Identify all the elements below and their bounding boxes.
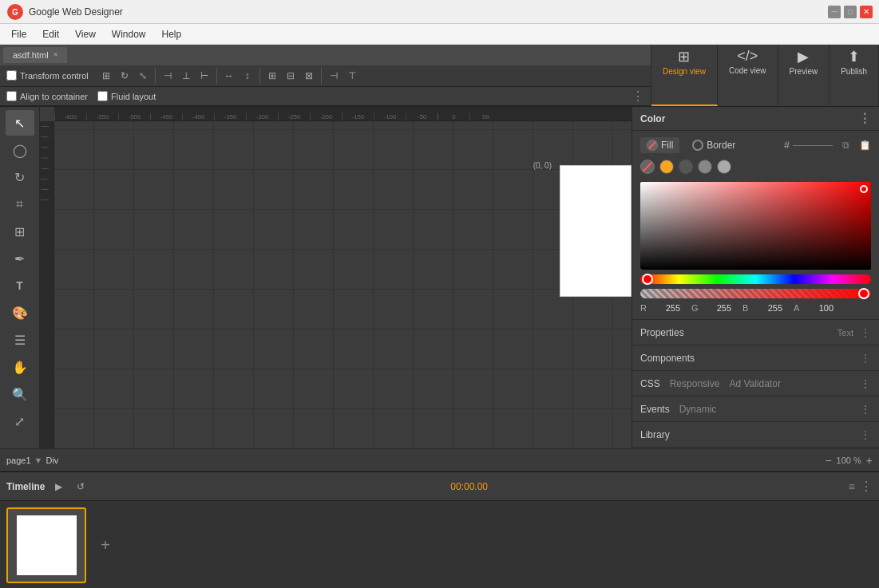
r-label: R xyxy=(640,303,651,313)
color-gradient-picker[interactable] xyxy=(640,182,871,270)
design-view-btn[interactable]: ⊞ Design view xyxy=(651,45,718,106)
main-layout: ↖ ◯ ↻ ⌗ ⊞ ✒ T 🎨 ☰ ✋ 🔍 ⤢ -600 -550 -500 -… xyxy=(0,107,879,448)
color-panel-title: Color xyxy=(640,113,665,124)
publish-icon: ⬆ xyxy=(848,48,860,65)
dynamic-label[interactable]: Dynamic xyxy=(679,404,717,415)
tool-select[interactable]: ↖ xyxy=(6,110,34,136)
swatch-none[interactable] xyxy=(640,160,655,174)
tool-shape[interactable]: ◯ xyxy=(6,137,34,163)
transform-control-label: Transform control xyxy=(20,71,89,81)
timeline-settings[interactable]: ≡ xyxy=(849,480,855,493)
components-section[interactable]: Components ⋮ xyxy=(632,345,879,371)
file-tab[interactable]: asdf.html × xyxy=(3,47,67,63)
align-to-container-checkbox[interactable] xyxy=(6,91,17,101)
tab-close[interactable]: × xyxy=(53,50,58,59)
css-menu[interactable]: ⋮ xyxy=(860,377,871,390)
breadcrumb-page[interactable]: page1 xyxy=(6,456,31,465)
container-menu[interactable]: ⋮ xyxy=(632,89,644,104)
app-logo: G xyxy=(6,3,24,21)
ad-validator-label[interactable]: Ad Validator xyxy=(729,378,780,389)
hue-thumb[interactable] xyxy=(642,274,653,285)
tool-hand[interactable]: ☰ xyxy=(6,327,34,353)
tool-pen[interactable]: ✒ xyxy=(6,246,34,271)
hex-copy-icon[interactable]: ⧉ xyxy=(839,139,852,152)
add-page-button[interactable]: + xyxy=(93,507,118,583)
tool-extra1[interactable]: ⊞ xyxy=(264,68,280,84)
preview-icon: ▶ xyxy=(798,48,809,65)
zoom-plus[interactable]: + xyxy=(866,454,873,467)
tool-pan[interactable]: ✋ xyxy=(6,354,34,380)
tool-crop[interactable]: ⌗ xyxy=(6,191,34,217)
tool-align1[interactable]: ⊣ xyxy=(160,68,176,84)
css-label[interactable]: CSS xyxy=(640,378,660,389)
ruler-mark: -50 xyxy=(406,113,438,121)
menu-file[interactable]: File xyxy=(3,27,34,41)
timeline-menu[interactable]: ⋮ xyxy=(860,479,873,494)
responsive-label[interactable]: Responsive xyxy=(670,378,720,389)
color-panel-header[interactable]: Color ⋮ xyxy=(632,107,879,131)
tool-scale[interactable]: ⤡ xyxy=(135,68,151,84)
publish-btn[interactable]: ⬆ Publish xyxy=(830,45,879,106)
tool-text[interactable]: T xyxy=(6,273,34,298)
library-section[interactable]: Library ⋮ xyxy=(632,422,879,448)
swatch-light-gray[interactable] xyxy=(717,160,731,174)
fill-button[interactable]: Fill xyxy=(640,137,679,153)
menu-window[interactable]: Window xyxy=(104,27,154,41)
swatch-medium-gray[interactable] xyxy=(698,160,712,174)
hue-slider[interactable] xyxy=(640,274,871,284)
fluid-layout-checkbox[interactable] xyxy=(97,91,108,101)
events-menu[interactable]: ⋮ xyxy=(860,403,871,416)
tool-align2[interactable]: ⊥ xyxy=(178,68,194,84)
tool-scene[interactable]: ⊞ xyxy=(6,219,34,244)
page-thumbnail[interactable] xyxy=(6,507,86,583)
properties-menu[interactable]: ⋮ xyxy=(860,326,871,339)
swatch-dark-gray[interactable] xyxy=(679,160,693,174)
canvas-white-element[interactable] xyxy=(560,165,632,297)
canvas-area[interactable]: -600 -550 -500 -450 -400 -350 -300 -250 … xyxy=(40,107,632,448)
swatch-orange[interactable] xyxy=(659,160,674,174)
breadcrumb: page1 ▼ Div xyxy=(6,456,58,465)
properties-label: Properties xyxy=(640,327,831,338)
tool-transform[interactable]: ↻ xyxy=(6,164,34,190)
menu-view[interactable]: View xyxy=(67,27,104,41)
tool-extra3[interactable]: ⊠ xyxy=(301,68,317,84)
alpha-thumb[interactable] xyxy=(858,288,869,299)
zoom-controls: − 100 % + xyxy=(825,454,873,467)
alpha-slider[interactable] xyxy=(640,289,871,298)
components-menu[interactable]: ⋮ xyxy=(860,352,871,365)
timeline-play[interactable]: ▶ xyxy=(49,478,67,495)
hash-row: # xyxy=(784,140,833,151)
preview-btn[interactable]: ▶ Preview xyxy=(778,45,830,106)
color-panel-menu[interactable]: ⋮ xyxy=(858,111,871,126)
tool-extra4[interactable]: ⊣ xyxy=(326,68,342,84)
events-label[interactable]: Events xyxy=(640,404,670,415)
breadcrumb-element[interactable]: Div xyxy=(46,456,58,465)
tool-zoom[interactable]: 🔍 xyxy=(6,381,34,407)
timeline-loop[interactable]: ↺ xyxy=(72,478,89,495)
window-close[interactable]: ✕ xyxy=(860,6,873,18)
gradient-thumb[interactable] xyxy=(860,185,868,193)
border-button[interactable]: Border xyxy=(686,137,742,153)
tool-rotate[interactable]: ↻ xyxy=(117,68,133,84)
tool-extra2[interactable]: ⊟ xyxy=(283,68,299,84)
tool-align3[interactable]: ⊢ xyxy=(196,68,212,84)
library-menu[interactable]: ⋮ xyxy=(860,428,871,441)
tool-paint[interactable]: 🎨 xyxy=(6,300,34,326)
zoom-minus[interactable]: − xyxy=(825,454,831,467)
tool-move[interactable]: ⊞ xyxy=(98,68,114,84)
tool-dist1[interactable]: ↔ xyxy=(221,68,237,84)
hex-paste-icon[interactable]: 📋 xyxy=(858,139,871,152)
window-minimize[interactable]: ─ xyxy=(828,6,841,18)
tool-fullscreen[interactable]: ⤢ xyxy=(6,408,34,434)
tool-dist2[interactable]: ↕ xyxy=(240,68,255,84)
window-maximize[interactable]: □ xyxy=(844,6,857,18)
properties-section[interactable]: Properties Text ⋮ xyxy=(632,320,879,345)
timeline-time: 00:00.00 xyxy=(450,481,488,492)
menu-help[interactable]: Help xyxy=(154,27,190,41)
code-view-btn[interactable]: </> Code view xyxy=(718,45,778,106)
tool-extra5[interactable]: ⊤ xyxy=(344,68,360,84)
transform-control-checkbox[interactable] xyxy=(6,70,17,81)
menu-edit[interactable]: Edit xyxy=(34,27,67,41)
canvas-grid[interactable]: (0, 0) xyxy=(54,121,632,448)
border-icon xyxy=(692,140,703,151)
